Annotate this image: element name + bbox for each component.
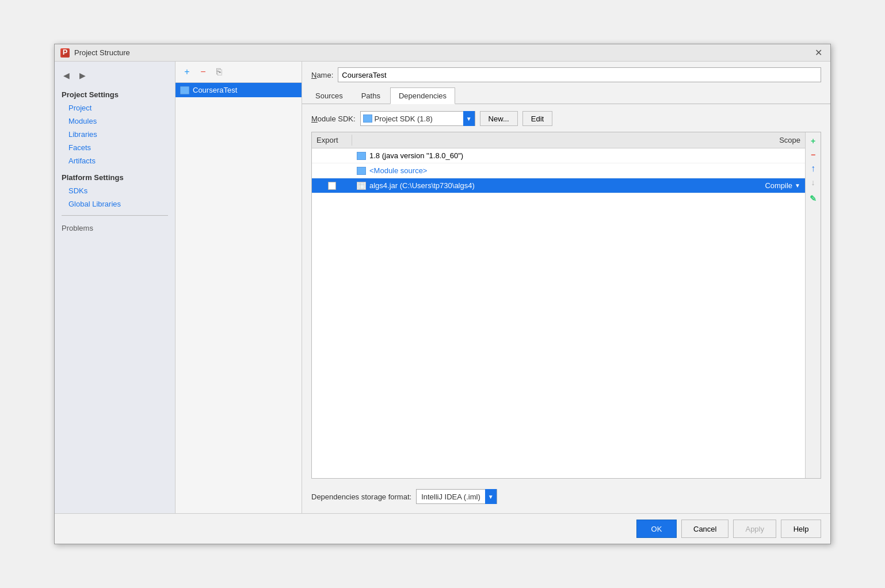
dep-header-export: Export — [312, 135, 352, 146]
dialog-title: Project Structure — [74, 48, 130, 57]
sidebar-nav: ◀ ▶ — [55, 66, 175, 87]
sidebar-item-problems[interactable]: Problems — [55, 220, 175, 236]
ok-button[interactable]: OK — [636, 520, 677, 538]
dep-row-jar[interactable]: algs4.jar (C:\Users\tp730\algs4) Compile… — [312, 178, 805, 193]
dialog-body: ◀ ▶ Project Settings Project Modules Lib… — [55, 62, 830, 513]
platform-settings-header: Platform Settings — [55, 167, 175, 184]
scope-dropdown-arrow[interactable]: ▼ — [795, 182, 800, 189]
remove-module-button[interactable]: − — [196, 65, 210, 79]
storage-value: IntelliJ IDEA (.iml) — [419, 492, 483, 501]
sidebar-item-libraries[interactable]: Libraries — [55, 128, 175, 141]
sdk-icon — [357, 152, 366, 160]
nav-back-button[interactable]: ◀ — [59, 68, 73, 82]
sidebar-item-project[interactable]: Project — [55, 101, 175, 114]
title-bar-left: P Project Structure — [60, 48, 130, 58]
cancel-button[interactable]: Cancel — [681, 520, 728, 538]
name-row: Name: — [302, 62, 830, 87]
sdk-new-button[interactable]: New... — [480, 111, 518, 126]
sidebar-item-global-libraries[interactable]: Global Libraries — [55, 197, 175, 211]
dependencies-panel: Module SDK: Project SDK (1.8) ▼ New... E… — [302, 104, 830, 513]
dep-module-source-text: <Module source> — [369, 166, 427, 175]
dep-sdk-text: 1.8 (java version "1.8.0_60") — [369, 151, 463, 160]
sidebar-divider — [62, 215, 168, 216]
dep-export-sdk — [312, 155, 352, 157]
svg-text:P: P — [63, 49, 68, 56]
sidebar-item-sdks[interactable]: SDKs — [55, 184, 175, 197]
add-module-button[interactable]: + — [180, 65, 194, 79]
sidebar-item-facets[interactable]: Facets — [55, 141, 175, 154]
dep-side-actions: + − ↑ ↓ ✎ — [805, 132, 821, 478]
name-label: Name: — [311, 71, 333, 79]
close-button[interactable]: ✕ — [812, 47, 825, 59]
sdk-dropdown[interactable]: Project SDK (1.8) ▼ — [360, 111, 475, 126]
module-list: CourseraTest — [176, 83, 302, 513]
main-content: Name: Sources Paths Dependencies Module … — [302, 62, 830, 513]
apply-button[interactable]: Apply — [733, 520, 776, 538]
dep-row-sdk: 1.8 (java version "1.8.0_60") — [312, 148, 805, 163]
storage-dropdown-arrow[interactable]: ▼ — [485, 489, 497, 504]
dep-jar-text: algs4.jar (C:\Users\tp730\algs4) — [369, 181, 475, 190]
dependency-table-container: Export Scope 1.8 (java version "1.8.0_60… — [311, 132, 821, 479]
dep-export-module-source — [312, 170, 352, 172]
dep-name-module-source: <Module source> — [352, 165, 736, 176]
storage-dropdown[interactable]: IntelliJ IDEA (.iml) ▼ — [416, 489, 497, 504]
dep-scope-sdk — [736, 155, 805, 157]
module-sdk-row: Module SDK: Project SDK (1.8) ▼ New... E… — [311, 111, 821, 126]
tabs-bar: Sources Paths Dependencies — [302, 87, 830, 104]
dep-edit-button[interactable]: ✎ — [807, 192, 819, 205]
dep-checkbox-jar[interactable] — [328, 182, 336, 190]
dep-move-up-button[interactable]: ↑ — [807, 162, 819, 175]
tab-paths[interactable]: Paths — [353, 87, 389, 104]
dep-add-button[interactable]: + — [807, 135, 819, 147]
module-name: CourseraTest — [193, 86, 237, 94]
project-settings-header: Project Settings — [55, 87, 175, 101]
dep-move-down-button[interactable]: ↓ — [807, 176, 819, 189]
jar-icon — [357, 182, 366, 190]
dep-header-name — [352, 135, 736, 146]
dep-name-sdk: 1.8 (java version "1.8.0_60") — [352, 150, 736, 161]
name-input[interactable] — [338, 67, 821, 82]
app-icon: P — [60, 48, 70, 58]
sdk-value: Project SDK (1.8) — [375, 114, 459, 123]
sidebar: ◀ ▶ Project Settings Project Modules Lib… — [55, 62, 176, 513]
svg-rect-2 — [358, 183, 364, 189]
module-list-item[interactable]: CourseraTest — [176, 83, 302, 97]
sidebar-item-modules[interactable]: Modules — [55, 114, 175, 128]
dependency-table: Export Scope 1.8 (java version "1.8.0_60… — [312, 132, 805, 478]
sdk-folder-icon — [363, 114, 372, 123]
module-toolbar: + − ⎘ — [176, 62, 302, 83]
dep-header-scope: Scope — [736, 135, 805, 146]
title-bar: P Project Structure ✕ — [55, 44, 830, 62]
sdk-edit-button[interactable]: Edit — [522, 111, 552, 126]
storage-label: Dependencies storage format: — [311, 492, 411, 501]
module-panel: + − ⎘ CourseraTest — [176, 62, 302, 513]
dep-scope-module-source — [736, 170, 805, 172]
project-structure-dialog: P Project Structure ✕ ◀ ▶ Project Settin… — [54, 44, 831, 544]
module-icon — [180, 86, 189, 94]
copy-module-button[interactable]: ⎘ — [212, 65, 226, 79]
dialog-footer: OK Cancel Apply Help — [55, 513, 830, 544]
dep-name-jar: algs4.jar (C:\Users\tp730\algs4) — [352, 180, 736, 191]
dep-remove-button[interactable]: − — [807, 148, 819, 161]
dep-table-header: Export Scope — [312, 132, 805, 148]
module-sdk-label: Module SDK: — [311, 114, 356, 123]
dep-scope-jar[interactable]: Compile ▼ — [736, 180, 805, 191]
help-button[interactable]: Help — [781, 520, 821, 538]
dep-row-module-source: <Module source> — [312, 163, 805, 178]
tab-dependencies[interactable]: Dependencies — [390, 87, 455, 104]
storage-row: Dependencies storage format: IntelliJ ID… — [311, 484, 821, 506]
tab-sources[interactable]: Sources — [307, 87, 352, 104]
dep-scope-value: Compile — [765, 181, 792, 190]
nav-forward-button[interactable]: ▶ — [75, 68, 89, 82]
dep-export-jar — [312, 181, 352, 191]
sdk-dropdown-arrow[interactable]: ▼ — [463, 111, 475, 126]
sidebar-item-artifacts[interactable]: Artifacts — [55, 154, 175, 167]
module-source-icon — [357, 167, 366, 175]
